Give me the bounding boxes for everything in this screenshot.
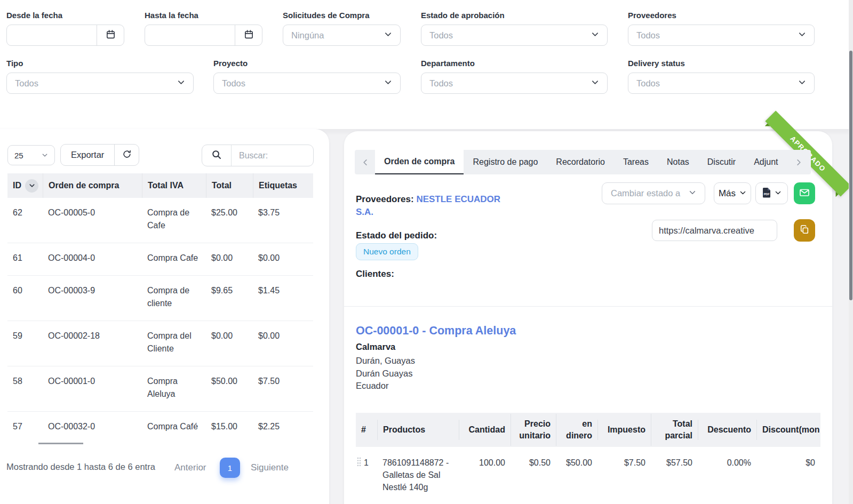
chevron-down-icon — [689, 188, 696, 198]
address-line: Ecuador — [356, 380, 415, 393]
delivery-status-select[interactable]: Todos — [628, 73, 815, 94]
cell-order: OC-00032-0 — [43, 420, 142, 433]
filter-desde-la-fecha: Desde la fecha — [6, 11, 124, 46]
calendar-icon — [244, 29, 254, 42]
column-header-total[interactable]: Total — [206, 173, 253, 198]
refresh-button[interactable] — [114, 145, 139, 165]
more-button[interactable]: Más — [714, 182, 751, 204]
column-header-id[interactable]: ID — [7, 173, 43, 198]
tab-orden-de-compra[interactable]: Orden de compra — [375, 150, 464, 174]
solicitudes-select[interactable]: Ningúna — [283, 25, 401, 46]
calendar-button[interactable] — [235, 25, 262, 45]
filter-proveedores: Proveedores Todos — [628, 11, 815, 46]
tabs-scroll-right-button[interactable] — [788, 150, 809, 174]
send-email-button[interactable] — [794, 182, 815, 204]
order-detail-panel: APROBADO Orden de compra Registro de pag… — [344, 131, 832, 504]
filter-label: Desde la fecha — [6, 11, 124, 20]
date-text-area[interactable] — [145, 25, 235, 45]
column-header-total-iva[interactable]: Total IVA — [142, 173, 206, 198]
item-subtotal: $57.50 — [651, 457, 698, 493]
filter-departamento: Departamento Todos — [421, 59, 608, 94]
calendar-button[interactable] — [97, 25, 124, 45]
table-row[interactable]: 60 OC-00003-9 Compra de cliente $9.65 $1… — [7, 276, 313, 321]
cell-iva: $25.00 — [206, 206, 253, 232]
tabs-scroll-left-button[interactable] — [355, 150, 375, 174]
chevron-down-icon — [591, 30, 599, 41]
tab-adjuntos[interactable]: Adjunt — [745, 150, 787, 174]
page-size-select[interactable]: 25 — [7, 145, 55, 165]
column-header-etiquetas[interactable]: Etiquetas — [253, 173, 313, 198]
drag-handle-icon[interactable] — [357, 457, 361, 493]
share-url-input[interactable]: https://calmarva.creative — [652, 220, 777, 241]
tab-tareas[interactable]: Tareas — [614, 150, 658, 174]
select-value: Todos — [636, 78, 660, 89]
sort-chevron-icon[interactable] — [25, 179, 38, 193]
pdf-button[interactable]: PDF — [755, 182, 788, 204]
status-badge: Nuevo orden — [356, 243, 418, 260]
table-row[interactable]: 61 OC-00004-0 Compra Cafe $0.00 $0.00 — [7, 243, 313, 276]
pagination-prev[interactable]: Anterior — [174, 462, 206, 473]
cell-order: OC-00001-0 — [43, 375, 142, 401]
tab-registro-de-pago[interactable]: Registro de pago — [464, 150, 547, 174]
items-col-precio-unitario: Precio unitario — [511, 414, 556, 446]
cell-id: 57 — [7, 420, 43, 433]
export-button[interactable]: Exportar — [61, 145, 114, 165]
export-button-group: Exportar — [60, 144, 139, 166]
filter-delivery-status: Delivery status Todos — [628, 59, 815, 94]
table-row[interactable]: 58 OC-00001-0 Compra Aleluya $50.00 $7.5… — [7, 366, 313, 412]
pagination-next[interactable]: Siguiente — [251, 462, 289, 473]
hasta-la-fecha-input[interactable] — [145, 25, 262, 46]
cell-iva: $15.00 — [206, 420, 253, 433]
table-row[interactable]: 59 OC-00002-18 Compra del Cliente $0.00 … — [7, 321, 313, 366]
section-divider — [344, 306, 832, 307]
tipo-select[interactable]: Todos — [6, 73, 194, 94]
chevron-down-icon — [798, 30, 806, 41]
column-label: Total IVA — [148, 181, 184, 190]
item-amount: $50.00 — [556, 457, 597, 493]
purchase-orders-page: Desde la fecha Hasta la fecha — [0, 0, 853, 504]
chevron-down-icon — [591, 78, 599, 89]
filter-tipo: Tipo Todos — [6, 59, 194, 94]
detail-tabs: Orden de compra Registro de pago Recorda… — [355, 150, 811, 174]
filter-label: Estado de aprobación — [421, 11, 608, 20]
page-scrollbar-track[interactable] — [849, 0, 853, 504]
desde-la-fecha-input[interactable] — [6, 25, 124, 46]
cell-total: $2.25 — [253, 420, 313, 433]
refresh-icon — [122, 149, 132, 161]
item-qty: 100.00 — [459, 457, 511, 493]
cell-order: OC-00003-9 — [43, 284, 142, 310]
proyecto-select[interactable]: Todos — [213, 73, 401, 94]
departamento-select[interactable]: Todos — [421, 73, 608, 94]
table-row[interactable]: 57 OC-00032-0 Compra Café $15.00 $2.25 — [7, 412, 313, 444]
estado-aprobacion-select[interactable]: Todos — [421, 25, 608, 46]
items-col-en-dinero: en dinero — [556, 414, 597, 446]
copy-link-button[interactable] — [794, 219, 815, 242]
cell-name: Compra de cliente — [142, 284, 206, 310]
orders-table-header: ID Orden de compra Total IVA Total Etiqu… — [7, 173, 313, 198]
tab-notas[interactable]: Notas — [658, 150, 698, 174]
column-header-orden[interactable]: Orden de compra — [43, 173, 142, 198]
pagination-page-1[interactable]: 1 — [220, 458, 240, 478]
orders-list-panel: 25 Exportar — [0, 129, 329, 504]
items-col-descuento: Descuento — [698, 420, 756, 440]
cell-total: $0.00 — [253, 252, 313, 265]
table-row[interactable]: 62 OC-00005-0 Compra de Cafe $25.00 $3.7… — [7, 198, 313, 243]
search-button[interactable] — [202, 145, 232, 166]
calendar-icon — [106, 29, 116, 42]
share-url-value: https://calmarva.creative — [659, 226, 754, 236]
tab-recordatorio[interactable]: Recordatorio — [547, 150, 614, 174]
date-text-area[interactable] — [7, 25, 97, 45]
cell-total: $3.75 — [253, 206, 313, 232]
tab-discutir[interactable]: Discutir — [698, 150, 745, 174]
proveedores-select[interactable]: Todos — [628, 25, 815, 46]
search-input[interactable] — [232, 151, 313, 161]
page-scrollbar-thumb[interactable] — [849, 51, 852, 300]
select-value: Ningúna — [291, 30, 324, 41]
filter-label: Tipo — [6, 59, 194, 68]
change-status-button[interactable]: Cambiar estado a — [602, 182, 705, 204]
items-table: # Productos Cantidad Precio unitario en … — [356, 413, 820, 493]
horizontal-scrollbar[interactable] — [38, 443, 83, 444]
items-col-cantidad: Cantidad — [459, 420, 511, 440]
cell-id: 62 — [7, 206, 43, 232]
cell-order: OC-00002-18 — [43, 330, 142, 355]
